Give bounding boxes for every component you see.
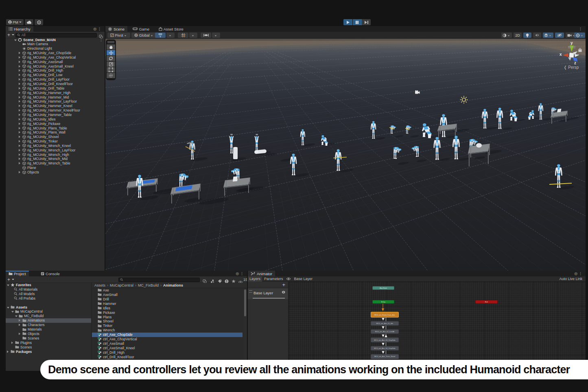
svg-text:Y: Y [159, 35, 161, 38]
svg-text:x: x [560, 52, 562, 57]
svg-text:❬ Persp: ❬ Persp [564, 65, 579, 70]
svg-text:y: y [571, 41, 573, 45]
svg-text:z: z [574, 61, 576, 65]
